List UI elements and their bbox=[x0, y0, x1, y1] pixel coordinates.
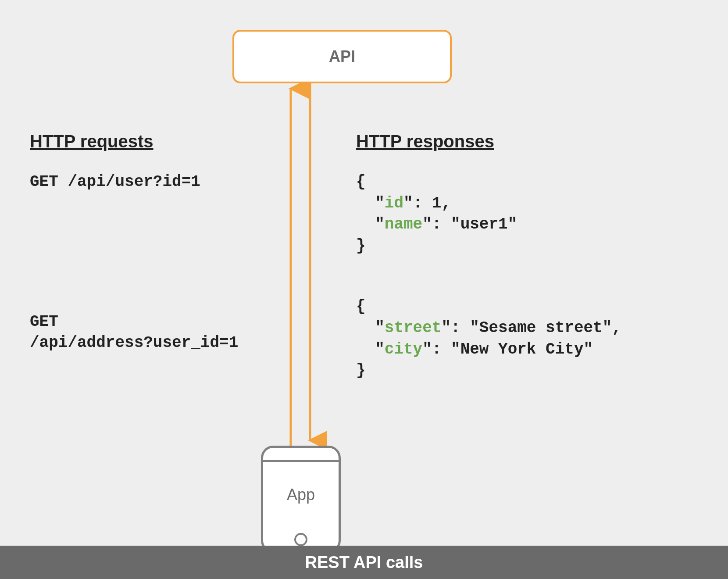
http-response: { "street": "Sesame street", "city": "Ne… bbox=[356, 296, 689, 381]
phone-device: App bbox=[261, 446, 341, 553]
http-request: GET /api/address?user_id=1 bbox=[30, 311, 258, 354]
arrows bbox=[274, 83, 327, 446]
app-label: App bbox=[263, 486, 339, 504]
phone-speaker-bar bbox=[263, 448, 339, 462]
responses-title: HTTP responses bbox=[356, 132, 689, 151]
api-box: API bbox=[232, 30, 452, 83]
requests-title: HTTP requests bbox=[30, 132, 258, 151]
home-button-icon bbox=[294, 533, 307, 546]
api-label: API bbox=[329, 47, 355, 66]
requests-column: HTTP requests GET /api/user?id=1GET /api… bbox=[30, 132, 258, 354]
http-request: GET /api/user?id=1 bbox=[30, 172, 258, 193]
footer-bar: REST API calls bbox=[0, 546, 728, 579]
http-response: { "id": 1, "name": "user1" } bbox=[356, 172, 689, 257]
responses-column: HTTP responses { "id": 1, "name": "user1… bbox=[356, 132, 689, 382]
footer-title: REST API calls bbox=[305, 553, 423, 572]
